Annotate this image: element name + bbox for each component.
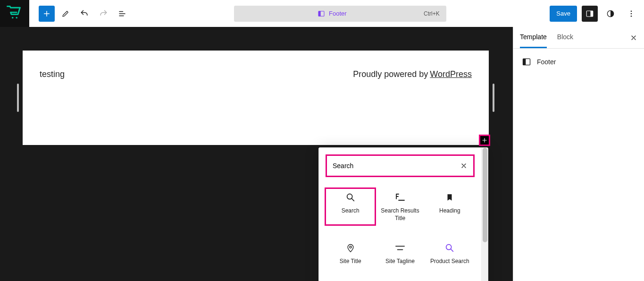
block-option-product-search[interactable]: Product Search (425, 239, 475, 268)
site-logo[interactable] (0, 0, 29, 27)
sidebar-tabs: Template Block (513, 27, 644, 49)
block-label: Search (342, 207, 360, 215)
tab-template[interactable]: Template (520, 27, 547, 48)
topbar: Footer Ctrl+K Save (0, 0, 644, 27)
settings-panel-button[interactable] (582, 6, 598, 22)
block-label: Site Tagline (385, 258, 415, 265)
inserter-results-grid: Search Search Results Title Heading (326, 188, 475, 268)
inserter-search-box[interactable] (326, 154, 475, 177)
powered-prefix: Proudly powered by (353, 69, 428, 79)
redo-icon (99, 9, 108, 18)
svg-point-8 (631, 13, 632, 14)
layout-icon (318, 10, 325, 17)
block-option-site-title[interactable]: Site Title (326, 239, 375, 268)
svg-rect-14 (523, 59, 526, 65)
map-pin-icon (346, 243, 355, 253)
block-option-search[interactable]: Search (326, 188, 375, 225)
block-option-search-results-title[interactable]: Search Results Title (375, 188, 425, 225)
block-option-site-tagline[interactable]: Site Tagline (375, 239, 425, 268)
plus-icon (42, 9, 51, 18)
svg-point-9 (631, 15, 632, 17)
plus-icon (481, 137, 488, 144)
list-icon (118, 9, 126, 18)
svg-point-12 (446, 245, 452, 250)
command-center-title: Footer (318, 10, 347, 17)
search-icon (444, 243, 455, 253)
options-button[interactable] (623, 6, 639, 22)
footer-template-block[interactable]: testing Proudly powered by WordPress (23, 51, 489, 145)
block-option-heading[interactable]: Heading (425, 188, 475, 225)
styles-button[interactable] (602, 6, 619, 22)
inline-add-block-button[interactable] (479, 135, 490, 146)
topbar-right: Save (550, 6, 639, 22)
save-button[interactable]: Save (550, 6, 577, 22)
topbar-left (0, 0, 130, 27)
block-inserter-popover: Search Search Results Title Heading (318, 147, 488, 281)
footer-left-text[interactable]: testing (40, 69, 65, 79)
document-overview-button[interactable] (114, 6, 130, 22)
block-label: Site Title (340, 258, 361, 265)
svg-point-10 (347, 194, 352, 199)
search-results-title-icon (394, 193, 406, 202)
svg-point-0 (12, 17, 14, 18)
footer-powered-by[interactable]: Proudly powered by WordPress (353, 69, 472, 79)
settings-sidebar: Template Block Footer (513, 27, 644, 281)
close-icon[interactable] (630, 34, 637, 42)
cart-logo-icon (7, 6, 23, 22)
svg-point-7 (631, 10, 632, 12)
add-block-button[interactable] (39, 6, 55, 22)
svg-point-11 (350, 246, 351, 248)
pencil-icon (61, 9, 70, 18)
shortcut-hint: Ctrl+K (424, 10, 440, 17)
block-label: Search Results Title (376, 207, 424, 222)
tab-block[interactable]: Block (557, 27, 573, 48)
inserter-search-input[interactable] (333, 162, 456, 170)
resize-handle-left[interactable] (17, 84, 19, 112)
wordpress-link[interactable]: WordPress (430, 69, 472, 79)
undo-icon (80, 9, 89, 18)
block-label: Heading (439, 207, 460, 215)
svg-rect-3 (318, 11, 321, 16)
sidebar-template-label: Footer (537, 58, 556, 66)
command-center[interactable]: Footer Ctrl+K (234, 6, 446, 22)
tools-button[interactable] (58, 6, 74, 22)
svg-rect-5 (590, 11, 593, 17)
block-label: Product Search (430, 258, 469, 265)
tagline-icon (395, 245, 405, 251)
more-vertical-icon (627, 9, 636, 18)
sidebar-template-info[interactable]: Footer (513, 49, 644, 75)
template-name: Footer (329, 10, 347, 17)
layout-icon (522, 57, 531, 67)
resize-handle-right[interactable] (493, 84, 494, 112)
svg-point-1 (16, 17, 17, 18)
editor-canvas[interactable]: testing Proudly powered by WordPress (0, 27, 513, 281)
scrollbar-thumb[interactable] (483, 148, 487, 242)
inserter-scrollbar[interactable] (481, 148, 488, 281)
close-icon[interactable] (460, 162, 468, 170)
redo-button[interactable] (95, 6, 111, 22)
contrast-icon (606, 9, 615, 18)
undo-button[interactable] (76, 6, 92, 22)
bookmark-icon (445, 193, 454, 202)
search-icon (345, 192, 356, 203)
panel-icon (585, 9, 594, 18)
